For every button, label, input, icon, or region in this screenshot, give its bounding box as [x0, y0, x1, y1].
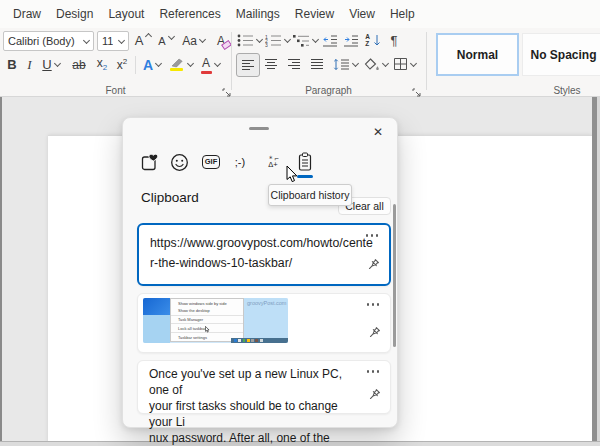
pin-icon: [367, 326, 381, 340]
paragraph-group-label: Paragraph: [231, 85, 426, 96]
styles-group-label: Styles: [537, 85, 597, 96]
tab-gif[interactable]: GIF: [199, 149, 223, 175]
font-color-button[interactable]: A: [197, 54, 223, 75]
grow-font-button[interactable]: A: [132, 30, 154, 51]
shrink-font-button[interactable]: A: [156, 30, 176, 51]
change-case-button[interactable]: Aa: [180, 30, 207, 51]
chevron-down-icon: [255, 36, 262, 43]
active-tab-indicator: [297, 175, 313, 178]
increase-indent-button[interactable]: [341, 30, 361, 51]
change-case-icon: Aa: [182, 34, 197, 48]
decrease-indent-button[interactable]: [320, 30, 340, 51]
justify-button[interactable]: [306, 53, 328, 75]
text-effects-icon: A: [143, 57, 153, 73]
clipboard-history-popup: ✕ GIF ;-) ＊⌐Δ+: [122, 117, 398, 428]
increase-indent-icon: [343, 34, 359, 47]
close-button[interactable]: ✕: [369, 123, 387, 141]
highlight-color-button[interactable]: [167, 54, 195, 75]
arrow-down-icon: [373, 34, 381, 47]
chevron-down-icon: [311, 36, 318, 43]
chevron-down-icon: [199, 36, 206, 43]
clipboard-icon: [297, 152, 313, 172]
tab-symbols[interactable]: ＊⌐Δ+: [261, 149, 285, 175]
favorites-icon: [141, 153, 161, 172]
svg-text:3: 3: [265, 42, 268, 47]
clipboard-section-title: Clipboard: [141, 190, 199, 205]
gif-icon: GIF: [202, 155, 221, 169]
menu-tab-layout[interactable]: Layout: [108, 7, 144, 21]
style-normal[interactable]: Normal: [436, 33, 519, 76]
bold-icon: B: [7, 57, 16, 72]
symbols-icon: ＊⌐Δ+: [267, 156, 279, 169]
menu-tab-help[interactable]: Help: [390, 7, 415, 21]
chevron-down-icon: [351, 59, 358, 66]
superscript-button[interactable]: x2: [112, 54, 132, 75]
align-right-button[interactable]: [283, 53, 305, 75]
style-normal-label: Normal: [457, 48, 498, 62]
paragraph-dialog-launcher[interactable]: [412, 84, 422, 94]
menu-tab-design[interactable]: Design: [56, 7, 93, 21]
borders-grid-icon: [393, 57, 408, 71]
strikethrough-button[interactable]: ab: [68, 54, 90, 75]
menu-tab-view[interactable]: View: [349, 7, 375, 21]
thumbnail-context-menu: Show windows side by side Show the deskt…: [170, 298, 244, 342]
font-size-value: 11: [102, 35, 113, 47]
show-formatting-marks-button[interactable]: ¶: [386, 30, 402, 51]
clipboard-item-url[interactable]: https://www.groovypost.com/howto/cente r…: [137, 223, 391, 286]
numbering-button[interactable]: 1 2 3: [264, 30, 290, 51]
menu-tab-review[interactable]: Review: [295, 7, 334, 21]
pin-button[interactable]: [367, 326, 381, 344]
drag-handle[interactable]: [249, 127, 269, 130]
thumbnail-cursor-icon: [205, 326, 210, 333]
menu-tab-mailings[interactable]: Mailings: [236, 7, 280, 21]
borders-button[interactable]: [391, 53, 417, 75]
more-options-button[interactable]: [366, 234, 379, 237]
italic-button[interactable]: I: [22, 54, 37, 75]
font-name-combobox[interactable]: Calibri (Body): [3, 31, 94, 51]
tooltip: Clipboard history: [268, 184, 352, 206]
menu-tab-references[interactable]: References: [159, 7, 220, 21]
clipboard-item-image[interactable]: Show windows side by side Show the deskt…: [137, 293, 391, 353]
align-left-button[interactable]: [236, 53, 260, 77]
numbering-icon: 1 2 3: [265, 34, 282, 47]
pin-icon: [367, 388, 381, 402]
tab-kaomoji[interactable]: ;-): [228, 149, 252, 175]
popup-scrollbar[interactable]: [393, 204, 396, 347]
subscript-button[interactable]: x2: [92, 54, 112, 75]
tab-favorites[interactable]: [139, 149, 163, 175]
sort-button[interactable]: AZ: [362, 30, 384, 51]
shading-button[interactable]: [363, 53, 389, 75]
caret-down-icon: [168, 33, 175, 40]
sort-icon: AZ: [365, 34, 370, 47]
bullets-button[interactable]: [236, 30, 262, 51]
menu-tab-draw[interactable]: Draw: [13, 7, 41, 21]
line-spacing-button[interactable]: [330, 53, 360, 75]
pin-button[interactable]: [367, 388, 381, 406]
caret-up-icon: [145, 33, 152, 40]
clear-formatting-button[interactable]: A: [209, 30, 233, 51]
tab-emoji[interactable]: [167, 149, 191, 175]
subscript-icon: x2: [97, 56, 107, 72]
font-size-combobox[interactable]: 11: [97, 31, 129, 51]
clipboard-item-text-snippet[interactable]: Once you've set up a new Linux PC, one o…: [137, 360, 391, 414]
bold-button[interactable]: B: [3, 54, 21, 75]
kaomoji-icon: ;-): [235, 156, 245, 168]
font-color-icon: A: [200, 56, 212, 73]
underline-button[interactable]: U: [38, 54, 64, 75]
more-options-button[interactable]: [367, 370, 380, 373]
multilevel-list-button[interactable]: [292, 30, 318, 51]
separator: [426, 32, 427, 90]
align-right-icon: [287, 58, 301, 70]
align-center-button[interactable]: [260, 53, 282, 75]
align-center-icon: [264, 58, 278, 70]
text-effects-button[interactable]: A: [139, 54, 165, 75]
style-no-spacing[interactable]: No Spacing: [522, 33, 600, 76]
separator: [135, 56, 136, 74]
more-options-button[interactable]: [367, 303, 380, 306]
pin-button[interactable]: [366, 258, 380, 276]
chevron-down-icon: [155, 60, 162, 67]
thumbnail-watermark: groovyPost.com: [247, 300, 286, 306]
thumbnail-taskbar: [231, 338, 288, 343]
justify-icon: [310, 58, 324, 70]
separator: [231, 32, 232, 90]
